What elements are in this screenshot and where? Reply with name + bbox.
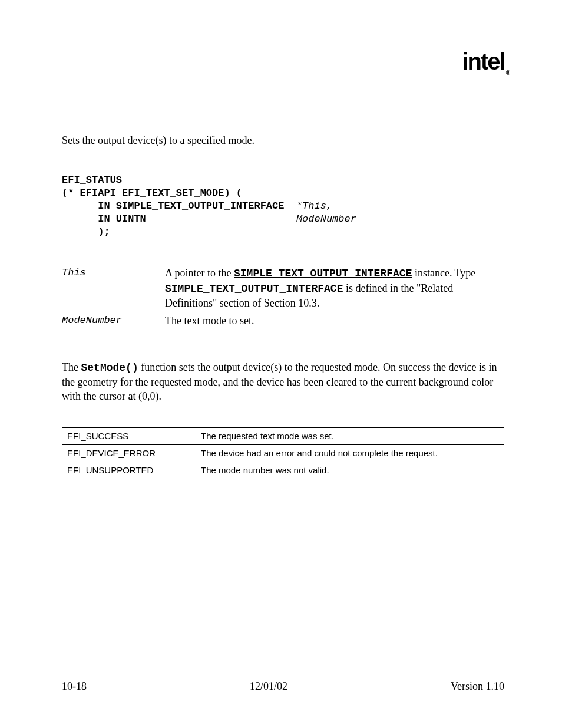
param-name-modenumber: ModeNumber [62,314,165,326]
logo-reg: ® [506,70,509,76]
logo: intel® [462,48,509,76]
summary-text: Sets the output device(s) to a specified… [62,134,504,147]
prototype-block: EFI_STATUS (* EFIAPI EFI_TEXT_SET_MODE) … [62,174,504,239]
proto-line-2: (* EFIAPI EFI_TEXT_SET_MODE) ( [62,187,242,199]
param-desc-modenumber: The text mode to set. [165,314,504,328]
table-row: EFI_SUCCESS The requested text mode was … [62,427,504,444]
status-desc: The device had an error and could not co… [196,444,504,462]
status-codes-table: EFI_SUCCESS The requested text mode was … [62,427,504,479]
param-row-modenumber: ModeNumber The text mode to set. [62,314,504,328]
footer-date: 12/01/02 [250,680,287,693]
parameters-list: This A pointer to the SIMPLE_TEXT_OUTPUT… [62,266,504,328]
proto-line-1: EFI_STATUS [62,174,122,186]
param-desc-this: A pointer to the SIMPLE_TEXT_OUTPUT_INTE… [165,266,504,310]
status-desc: The requested text mode was set. [196,427,504,444]
code-setmode: SetMode() [81,362,138,374]
page-footer: 10-18 12/01/02 Version 1.10 [62,680,504,693]
param-name-this: This [62,266,165,278]
page: intel® Sets the output device(s) to a sp… [0,0,562,728]
page-number: 10-18 [62,680,87,693]
status-desc: The mode number was not valid. [196,462,504,479]
code-ref-2: SIMPLE_TEXT_OUTPUT_INTERFACE [165,283,343,295]
proto-line-5: ); [62,226,110,238]
proto-line-3-kw: IN SIMPLE_TEXT_OUTPUT_INTERFACE [62,200,296,212]
status-code: EFI_UNSUPPORTED [62,462,196,479]
proto-line-4-kw: IN UINTN [62,213,296,225]
code-ref-1[interactable]: SIMPLE_TEXT_OUTPUT_INTERFACE [234,268,412,279]
param-row-this: This A pointer to the SIMPLE_TEXT_OUTPUT… [62,266,504,310]
table-row: EFI_UNSUPPORTED The mode number was not … [62,462,504,479]
status-code: EFI_SUCCESS [62,427,196,444]
status-code: EFI_DEVICE_ERROR [62,444,196,462]
footer-version: Version 1.10 [451,680,504,693]
proto-line-3-param: *This, [296,200,332,212]
proto-line-4-param: ModeNumber [296,213,356,225]
table-row: EFI_DEVICE_ERROR The device had an error… [62,444,504,462]
logo-text: intel [462,48,504,74]
description-paragraph: The SetMode() function sets the output d… [62,360,504,404]
